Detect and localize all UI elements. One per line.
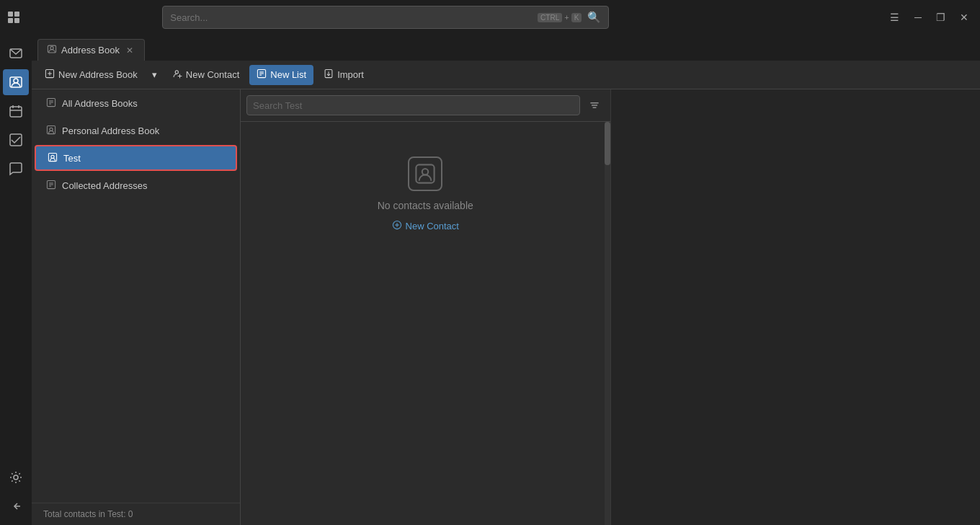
tab-label: Address Book bbox=[61, 45, 120, 56]
icon-sidebar bbox=[0, 35, 32, 525]
contact-search-input[interactable] bbox=[246, 95, 580, 115]
ab-item-personal[interactable]: Personal Address Book bbox=[35, 118, 237, 144]
new-contact-button[interactable]: New Contact bbox=[165, 65, 246, 85]
filter-button[interactable] bbox=[584, 95, 605, 115]
contact-area: No contacts available New Contact bbox=[241, 89, 610, 525]
content-area: All Address Books Personal Address Book bbox=[32, 89, 980, 525]
svg-point-5 bbox=[14, 79, 18, 83]
tab-close-button[interactable]: ✕ bbox=[124, 45, 135, 56]
tab-and-toolbar: Address Book ✕ New Address Book ▾ bbox=[32, 35, 980, 525]
tab-bar: Address Book ✕ bbox=[32, 35, 980, 61]
svg-point-14 bbox=[50, 47, 53, 50]
svg-rect-3 bbox=[14, 18, 19, 23]
main-layout: Address Book ✕ New Address Book ▾ bbox=[0, 35, 980, 525]
scroll-thumb[interactable] bbox=[605, 122, 610, 165]
contact-list-area: No contacts available New Contact bbox=[241, 122, 610, 525]
empty-state-icon bbox=[408, 156, 442, 191]
import-icon bbox=[324, 69, 334, 81]
all-address-books-label: All Address Books bbox=[62, 98, 138, 109]
empty-state: No contacts available New Contact bbox=[241, 122, 610, 266]
scroll-indicator bbox=[605, 122, 610, 525]
svg-rect-1 bbox=[14, 12, 19, 17]
search-icon[interactable]: 🔍 bbox=[587, 11, 601, 24]
svg-point-35 bbox=[51, 155, 54, 158]
top-bar: CTRL + K 🔍 ☰ ─ ❐ ✕ bbox=[0, 0, 980, 35]
plus-sign: + bbox=[564, 13, 569, 22]
sidebar-item-address-book[interactable] bbox=[3, 69, 29, 95]
sidebar-item-chat[interactable] bbox=[3, 156, 29, 182]
new-list-icon bbox=[257, 69, 267, 81]
no-contacts-text: No contacts available bbox=[378, 200, 473, 211]
ab-item-test[interactable]: Test bbox=[35, 145, 237, 171]
search-shortcut: CTRL + K bbox=[538, 13, 582, 22]
window-controls: ☰ ─ ❐ ✕ bbox=[885, 7, 974, 27]
all-address-books-icon bbox=[46, 97, 56, 110]
new-contact-link-label: New Contact bbox=[406, 221, 459, 231]
svg-point-33 bbox=[50, 128, 53, 131]
svg-rect-0 bbox=[8, 12, 13, 17]
total-contacts-text: Total contacts in Test: 0 bbox=[43, 509, 133, 519]
new-contact-label: New Contact bbox=[186, 69, 239, 80]
right-panel bbox=[610, 89, 981, 525]
new-list-label: New List bbox=[270, 69, 306, 80]
global-search-input[interactable] bbox=[170, 12, 532, 23]
ctrl-key: CTRL bbox=[538, 13, 562, 22]
sidebar-item-tasks[interactable] bbox=[3, 127, 29, 153]
new-address-book-button[interactable]: New Address Book bbox=[37, 65, 145, 85]
address-book-tab[interactable]: Address Book ✕ bbox=[37, 39, 145, 61]
contact-search-bar bbox=[241, 89, 610, 122]
global-search-bar[interactable]: CTRL + K 🔍 bbox=[162, 6, 609, 29]
new-contact-icon bbox=[172, 69, 182, 81]
settings-button[interactable] bbox=[3, 464, 29, 490]
personal-address-book-label: Personal Address Book bbox=[62, 125, 159, 136]
app-icon bbox=[6, 9, 22, 25]
svg-point-12 bbox=[14, 475, 18, 480]
toolbar: New Address Book ▾ New Contact bbox=[32, 61, 980, 89]
sidebar-item-email[interactable] bbox=[3, 40, 29, 66]
ab-sidebar-footer: Total contacts in Test: 0 bbox=[32, 503, 240, 525]
collected-addresses-label: Collected Addresses bbox=[62, 180, 148, 191]
close-button[interactable]: ✕ bbox=[954, 7, 974, 27]
import-label: Import bbox=[337, 69, 364, 80]
ab-item-all-address-books[interactable]: All Address Books bbox=[35, 90, 237, 116]
svg-rect-7 bbox=[10, 107, 22, 117]
collapse-sidebar-button[interactable] bbox=[3, 493, 29, 519]
import-button[interactable]: Import bbox=[316, 65, 371, 85]
ab-item-collected[interactable]: Collected Addresses bbox=[35, 172, 237, 198]
test-address-book-label: Test bbox=[63, 153, 81, 164]
svg-rect-2 bbox=[8, 18, 13, 23]
maximize-button[interactable]: ❐ bbox=[931, 7, 951, 27]
new-address-book-label: New Address Book bbox=[58, 69, 138, 80]
collected-addresses-icon bbox=[46, 180, 56, 192]
new-list-button[interactable]: New List bbox=[249, 65, 313, 85]
sidebar-item-calendar[interactable] bbox=[3, 98, 29, 124]
menu-button[interactable]: ☰ bbox=[885, 7, 905, 27]
test-address-book-icon bbox=[48, 152, 58, 164]
new-address-book-icon bbox=[45, 69, 55, 81]
personal-address-book-icon bbox=[46, 125, 56, 137]
k-key: K bbox=[571, 13, 582, 22]
icon-sidebar-bottom bbox=[3, 464, 29, 519]
ab-sidebar: All Address Books Personal Address Book bbox=[32, 89, 241, 525]
svg-point-19 bbox=[175, 71, 178, 74]
new-contact-link[interactable]: New Contact bbox=[392, 220, 459, 232]
new-address-book-dropdown[interactable]: ▾ bbox=[148, 65, 162, 85]
minimize-button[interactable]: ─ bbox=[908, 7, 928, 27]
new-contact-link-icon bbox=[392, 220, 402, 232]
tab-address-book-icon bbox=[47, 44, 57, 56]
svg-point-43 bbox=[422, 169, 428, 175]
